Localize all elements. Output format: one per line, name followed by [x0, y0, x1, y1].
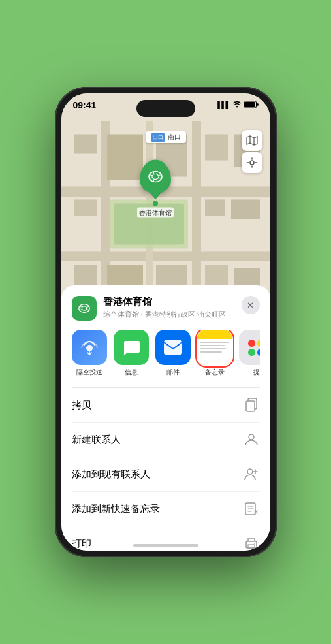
location-subtitle: 综合体育馆 · 香港特别行政区 油尖旺区 [103, 310, 242, 319]
new-contact-icon [243, 431, 260, 448]
copy-icon [243, 396, 260, 413]
battery-icon [244, 101, 259, 110]
airdrop-label: 隔空投送 [76, 368, 102, 377]
status-time: 09:41 [73, 100, 97, 110]
share-app-messages[interactable]: 信息 [114, 330, 149, 377]
share-app-more[interactable]: 提 [239, 330, 260, 377]
map-label-text: 南口 [168, 133, 181, 142]
svg-rect-15 [205, 200, 225, 216]
action-add-existing-contact[interactable]: 添加到现有联系人 [72, 457, 260, 492]
stadium-icon [148, 170, 163, 184]
svg-rect-17 [74, 200, 97, 216]
svg-rect-42 [246, 401, 255, 411]
svg-rect-4 [61, 252, 270, 261]
svg-point-23 [250, 161, 254, 165]
svg-point-49 [254, 543, 255, 544]
location-button[interactable] [242, 152, 262, 173]
svg-point-25 [152, 174, 159, 180]
quick-note-label: 添加到新快速备忘录 [72, 503, 160, 515]
wifi-icon [232, 100, 242, 110]
action-copy[interactable]: 拷贝 [72, 388, 260, 423]
messages-label: 信息 [125, 368, 138, 377]
notes-icon [197, 330, 232, 365]
new-contact-label: 新建联系人 [72, 434, 121, 446]
marker-label: 香港体育馆 [137, 208, 174, 218]
location-icon [72, 296, 97, 321]
svg-point-24 [149, 172, 162, 182]
map-entrance-label: 出口 南口 [146, 131, 186, 143]
bottom-sheet: 香港体育馆 综合体育馆 · 香港特别行政区 油尖旺区 ✕ [61, 285, 270, 551]
status-icons: ▌▌▌ [217, 100, 258, 110]
signal-icon: ▌▌▌ [217, 101, 229, 108]
airdrop-icon [72, 330, 107, 365]
mail-label: 邮件 [166, 368, 180, 377]
location-info: 香港体育馆 综合体育馆 · 香港特别行政区 油尖旺区 [103, 296, 242, 319]
action-new-contact[interactable]: 新建联系人 [72, 423, 260, 457]
svg-rect-40 [164, 340, 182, 355]
add-existing-label: 添加到现有联系人 [72, 468, 150, 481]
svg-point-35 [82, 306, 86, 310]
more-label: 提 [253, 368, 260, 377]
svg-rect-8 [74, 135, 97, 154]
mail-icon [155, 330, 191, 365]
phone-screen: 09:41 ▌▌▌ [61, 93, 270, 551]
svg-rect-11 [205, 135, 228, 161]
dynamic-island [136, 100, 195, 117]
close-icon: ✕ [247, 300, 254, 310]
share-app-mail[interactable]: 邮件 [155, 330, 191, 377]
location-marker: 香港体育馆 [137, 160, 174, 218]
share-app-notes[interactable]: 备忘录 [197, 330, 232, 377]
close-button[interactable]: ✕ [242, 296, 260, 314]
share-app-airdrop[interactable]: 隔空投送 [72, 330, 107, 377]
svg-point-34 [78, 304, 89, 313]
add-existing-contact-icon [243, 466, 260, 483]
svg-rect-16 [231, 200, 260, 219]
more-icon [239, 330, 260, 365]
messages-icon [114, 330, 149, 365]
marker-pin [140, 160, 171, 194]
svg-point-43 [249, 434, 254, 440]
home-indicator [133, 544, 198, 547]
location-name: 香港体育馆 [103, 296, 242, 308]
copy-label: 拷贝 [72, 399, 91, 411]
map-type-button[interactable] [242, 130, 262, 151]
action-add-quick-note[interactable]: 添加到新快速备忘录 [72, 492, 260, 526]
notes-label: 备忘录 [205, 368, 225, 377]
svg-point-44 [247, 469, 253, 474]
print-icon [243, 535, 260, 551]
marker-dot [153, 201, 158, 206]
action-print[interactable]: 打印 [72, 526, 260, 551]
location-header: 香港体育馆 综合体育馆 · 香港特别行政区 油尖旺区 ✕ [72, 296, 260, 321]
phone-frame: 09:41 ▌▌▌ [55, 87, 277, 557]
share-apps-row: 隔空投送 信息 [72, 330, 260, 377]
quick-note-icon [243, 500, 260, 517]
svg-rect-1 [245, 101, 255, 107]
map-controls [242, 130, 262, 173]
action-list: 拷贝 新建联系人 [72, 387, 260, 551]
print-label: 打印 [72, 538, 91, 550]
